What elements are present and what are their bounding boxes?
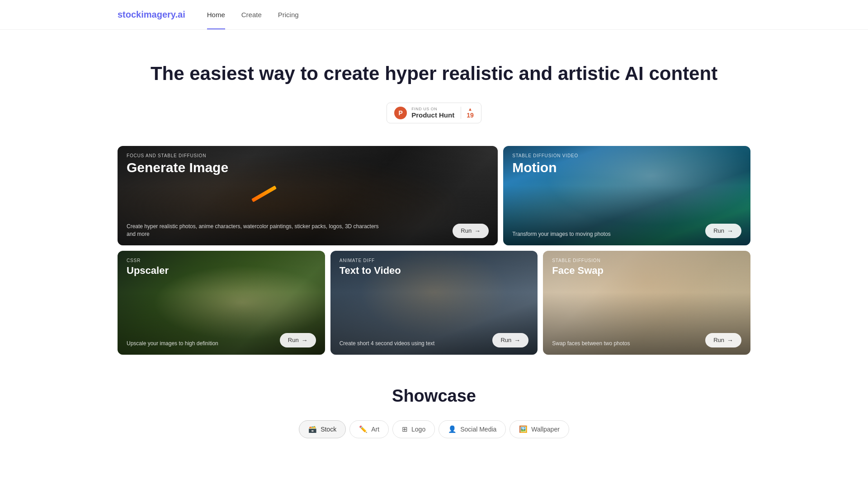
card-faceswap-header: STABLE DIFFUSION Face Swap xyxy=(552,258,741,277)
stock-icon: 🗃️ xyxy=(308,425,317,433)
run-arrow-icon: → xyxy=(514,337,520,344)
card-motion-run-button[interactable]: Run → xyxy=(705,224,741,238)
card-generate[interactable]: FOCUS AND STABLE DIFFUSION Generate Imag… xyxy=(118,146,498,245)
card-motion-desc: Transform your images to moving photos xyxy=(512,230,611,238)
card-generate-header: FOCUS AND STABLE DIFFUSION Generate Imag… xyxy=(127,153,489,175)
cards-section: FOCUS AND STABLE DIFFUSION Generate Imag… xyxy=(0,146,868,355)
run-label: Run xyxy=(500,337,511,343)
card-faceswap-content: STABLE DIFFUSION Face Swap Swap faces be… xyxy=(543,251,750,355)
tab-logo-label: Logo xyxy=(411,426,425,433)
card-texttovideo-bottom: Create short 4 second videos using text … xyxy=(340,333,529,347)
brand-logo[interactable]: stockimagery.ai xyxy=(118,9,185,20)
card-upscaler[interactable]: CSSR Upscaler Upscale your images to hig… xyxy=(118,251,325,355)
ph-arrow-icon: ▲ xyxy=(468,107,472,112)
art-icon: ✏️ xyxy=(359,425,368,433)
run-arrow-icon: → xyxy=(727,337,733,344)
tab-stock-label: Stock xyxy=(321,426,336,433)
card-generate-bottom: Create hyper realistic photos, anime cha… xyxy=(127,223,489,238)
tab-logo[interactable]: ⊞ Logo xyxy=(392,420,435,438)
nav-link-create[interactable]: Create xyxy=(241,11,262,20)
card-texttovideo-desc: Create short 4 second videos using text xyxy=(340,340,435,347)
product-hunt-badge[interactable]: P FIND US ON Product Hunt ▲ 19 xyxy=(387,103,481,123)
run-label: Run xyxy=(288,337,299,343)
card-texttovideo-title: Text to Video xyxy=(340,265,529,277)
showcase-tabs: 🗃️ Stock ✏️ Art ⊞ Logo 👤 Social Media 🖼️… xyxy=(118,420,750,438)
card-upscaler-bottom: Upscale your images to high definition R… xyxy=(127,333,316,347)
card-motion-bottom: Transform your images to moving photos R… xyxy=(512,224,741,238)
card-motion-tag: STABLE DIFFUSION VIDEO xyxy=(512,153,741,158)
card-generate-title: Generate Image xyxy=(127,160,489,175)
run-arrow-icon: → xyxy=(302,337,308,344)
card-upscaler-tag: CSSR xyxy=(127,258,316,263)
card-motion-title: Motion xyxy=(512,160,741,175)
card-motion-header: STABLE DIFFUSION VIDEO Motion xyxy=(512,153,741,175)
card-upscaler-header: CSSR Upscaler xyxy=(127,258,316,277)
card-texttovideo-header: ANIMATE DIFF Text to Video xyxy=(340,258,529,277)
run-label: Run xyxy=(713,337,724,343)
showcase-title: Showcase xyxy=(118,386,750,406)
card-upscaler-desc: Upscale your images to high definition xyxy=(127,340,218,347)
hero-headline: The easiest way to create hyper realisti… xyxy=(118,61,750,86)
card-upscaler-content: CSSR Upscaler Upscale your images to hig… xyxy=(118,251,325,355)
ph-vote-count: ▲ 19 xyxy=(461,107,474,119)
tab-art-label: Art xyxy=(371,426,379,433)
brand-name: stockimagery.ai xyxy=(118,9,185,19)
ph-text: FIND US ON Product Hunt xyxy=(411,107,454,119)
ph-name: Product Hunt xyxy=(411,111,454,119)
card-generate-tag: FOCUS AND STABLE DIFFUSION xyxy=(127,153,489,158)
tab-wallpaper-label: Wallpaper xyxy=(531,426,560,433)
card-generate-desc: Create hyper realistic photos, anime cha… xyxy=(127,223,380,238)
run-arrow-icon: → xyxy=(727,227,733,235)
showcase-section: Showcase 🗃️ Stock ✏️ Art ⊞ Logo 👤 Social… xyxy=(0,355,868,456)
tab-art[interactable]: ✏️ Art xyxy=(349,420,389,438)
nav-link-home[interactable]: Home xyxy=(207,11,225,29)
card-faceswap-title: Face Swap xyxy=(552,265,741,277)
wallpaper-icon: 🖼️ xyxy=(519,425,528,433)
card-generate-run-button[interactable]: Run → xyxy=(453,224,489,238)
ph-number: 19 xyxy=(467,112,474,119)
nav-link-pricing[interactable]: Pricing xyxy=(278,11,299,20)
tab-socialmedia-label: Social Media xyxy=(460,426,496,433)
card-texttovideo-tag: ANIMATE DIFF xyxy=(340,258,529,263)
run-arrow-icon: → xyxy=(474,227,481,235)
card-motion-content: STABLE DIFFUSION VIDEO Motion Transform … xyxy=(503,146,750,245)
card-faceswap-tag: STABLE DIFFUSION xyxy=(552,258,741,263)
socialmedia-icon: 👤 xyxy=(448,425,457,433)
tab-socialmedia[interactable]: 👤 Social Media xyxy=(439,420,506,438)
tab-stock[interactable]: 🗃️ Stock xyxy=(299,420,346,438)
tab-wallpaper[interactable]: 🖼️ Wallpaper xyxy=(509,420,569,438)
card-generate-content: FOCUS AND STABLE DIFFUSION Generate Imag… xyxy=(118,146,498,245)
nav-item-create[interactable]: Create xyxy=(241,11,262,19)
hero-section: The easiest way to create hyper realisti… xyxy=(0,30,868,146)
run-label: Run xyxy=(713,227,724,234)
navbar: stockimagery.ai Home Create Pricing xyxy=(0,0,868,30)
logo-icon: ⊞ xyxy=(402,425,408,433)
nav-links: Home Create Pricing xyxy=(207,11,299,19)
card-motion[interactable]: STABLE DIFFUSION VIDEO Motion Transform … xyxy=(503,146,750,245)
cards-top-row: FOCUS AND STABLE DIFFUSION Generate Imag… xyxy=(118,146,750,245)
card-upscaler-title: Upscaler xyxy=(127,265,316,277)
card-texttovideo-run-button[interactable]: Run → xyxy=(492,333,528,347)
ph-logo-icon: P xyxy=(394,107,407,119)
nav-item-pricing[interactable]: Pricing xyxy=(278,11,299,19)
card-faceswap-desc: Swap faces between two photos xyxy=(552,340,630,347)
card-faceswap[interactable]: STABLE DIFFUSION Face Swap Swap faces be… xyxy=(543,251,750,355)
card-faceswap-bottom: Swap faces between two photos Run → xyxy=(552,333,741,347)
card-texttovideo[interactable]: ANIMATE DIFF Text to Video Create short … xyxy=(330,251,538,355)
nav-item-home[interactable]: Home xyxy=(207,11,225,19)
ph-find-label: FIND US ON xyxy=(411,107,437,111)
card-faceswap-run-button[interactable]: Run → xyxy=(705,333,741,347)
card-upscaler-run-button[interactable]: Run → xyxy=(280,333,316,347)
card-texttovideo-content: ANIMATE DIFF Text to Video Create short … xyxy=(330,251,538,355)
cards-bottom-row: CSSR Upscaler Upscale your images to hig… xyxy=(118,251,750,355)
run-label: Run xyxy=(461,227,472,234)
